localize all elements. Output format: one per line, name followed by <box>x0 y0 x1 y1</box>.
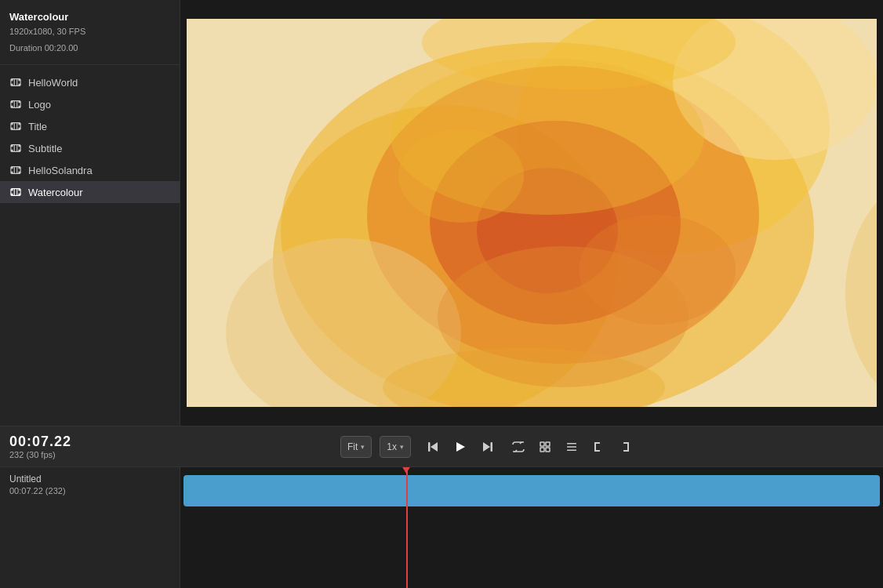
film-icon <box>9 76 22 89</box>
timeline-track[interactable] <box>184 475 880 506</box>
svg-rect-24 <box>11 150 13 152</box>
timeline-area: Untitled 00:07.22 (232) <box>0 466 883 588</box>
svg-rect-31 <box>11 172 13 174</box>
film-icon <box>9 164 22 176</box>
timeline-sidebar: Untitled 00:07.22 (232) <box>0 467 180 588</box>
watercolour-painting <box>187 19 877 407</box>
svg-rect-32 <box>19 172 21 174</box>
svg-point-50 <box>845 176 877 407</box>
svg-rect-10 <box>11 106 13 108</box>
timeline-track-label: Untitled <box>9 474 170 485</box>
timeline-track-time: 00:07.22 (232) <box>9 486 170 495</box>
bracket-close-icon <box>620 441 630 452</box>
svg-rect-25 <box>19 150 21 152</box>
clip-label: Logo <box>28 99 51 111</box>
svg-rect-23 <box>19 145 21 147</box>
clip-label: Title <box>28 121 47 132</box>
clip-item-subtitle[interactable]: Subtitle <box>0 137 180 159</box>
svg-rect-17 <box>11 128 13 130</box>
svg-rect-65 <box>546 442 550 446</box>
clip-item-title[interactable]: Title <box>0 115 180 137</box>
project-name: Watercolour <box>9 11 170 23</box>
clip-label: Watercolour <box>28 187 83 198</box>
project-duration: Duration 00:20.00 <box>9 42 170 56</box>
svg-rect-73 <box>594 450 600 452</box>
svg-rect-37 <box>19 189 21 191</box>
svg-rect-67 <box>546 448 550 452</box>
svg-rect-68 <box>567 443 576 445</box>
speed-dropdown-arrow: ▾ <box>400 443 404 451</box>
film-icon <box>9 120 22 132</box>
speed-label: 1x <box>387 441 397 452</box>
film-icon <box>9 98 22 111</box>
preview-area <box>180 0 883 426</box>
svg-rect-36 <box>11 189 13 191</box>
svg-rect-22 <box>11 145 13 147</box>
svg-rect-1 <box>11 79 13 82</box>
clip-list: HelloWorld Logo Title Subtitle <box>0 65 180 426</box>
playhead-line <box>406 467 408 588</box>
timecode-area: 00:07.22 232 (30 fps) <box>9 434 104 459</box>
bracket-open-icon <box>593 441 604 452</box>
clip-label: HelloWorld <box>28 77 78 89</box>
speed-dropdown[interactable]: 1x ▾ <box>380 436 411 458</box>
svg-rect-39 <box>19 194 21 196</box>
menu-button[interactable] <box>560 435 583 459</box>
svg-rect-11 <box>19 106 21 108</box>
svg-rect-8 <box>11 101 13 103</box>
clip-item-watercolour[interactable]: Watercolour <box>0 181 180 203</box>
svg-marker-61 <box>483 442 490 452</box>
svg-rect-18 <box>19 128 21 130</box>
menu-icon <box>566 441 577 452</box>
sidebar: Watercolour 1920x1080, 30 FPS Duration 0… <box>0 0 180 426</box>
playhead-diamond <box>402 467 411 474</box>
timecode-sub: 232 (30 fps) <box>9 450 104 459</box>
svg-marker-59 <box>456 442 465 452</box>
bracket-open-button[interactable] <box>587 435 610 459</box>
svg-rect-3 <box>11 84 13 86</box>
grid-button[interactable] <box>533 435 557 459</box>
fit-label: Fit <box>347 441 358 452</box>
svg-rect-66 <box>540 448 544 452</box>
clip-item-logo[interactable]: Logo <box>0 93 180 115</box>
skip-forward-button[interactable] <box>475 435 499 459</box>
clip-label: Subtitle <box>28 143 62 154</box>
project-resolution: 1920x1080, 30 FPS <box>9 25 170 39</box>
film-icon <box>9 186 22 198</box>
skip-back-icon <box>428 441 439 452</box>
play-icon <box>455 441 466 452</box>
svg-rect-9 <box>19 101 21 103</box>
svg-rect-69 <box>567 446 576 448</box>
svg-rect-2 <box>19 79 21 82</box>
skip-back-button[interactable] <box>422 435 445 459</box>
loop-button[interactable] <box>507 435 530 459</box>
svg-rect-64 <box>540 442 544 446</box>
svg-rect-15 <box>11 123 13 125</box>
grid-icon <box>540 441 551 452</box>
svg-rect-16 <box>19 123 21 125</box>
fit-dropdown[interactable]: Fit ▾ <box>340 436 372 458</box>
svg-point-56 <box>579 215 736 325</box>
svg-point-55 <box>398 129 524 223</box>
svg-rect-29 <box>11 167 13 169</box>
svg-rect-30 <box>19 167 21 169</box>
svg-rect-57 <box>428 442 431 452</box>
transport-controls: Fit ▾ 1x ▾ <box>104 435 874 459</box>
svg-rect-72 <box>594 442 600 444</box>
transport-bar: 00:07.22 232 (30 fps) Fit ▾ 1x ▾ <box>0 426 883 466</box>
loop-icon <box>512 441 525 452</box>
preview-canvas <box>187 19 877 407</box>
svg-rect-76 <box>623 450 629 452</box>
film-icon <box>9 142 22 154</box>
timecode-main: 00:07.22 <box>9 434 104 450</box>
clip-item-hellosolandra[interactable]: HelloSolandra <box>0 159 180 181</box>
clip-item-helloworld[interactable]: HelloWorld <box>0 71 180 93</box>
bracket-close-button[interactable] <box>613 435 637 459</box>
timeline-content[interactable] <box>180 467 883 588</box>
skip-forward-icon <box>481 441 492 452</box>
svg-rect-70 <box>567 449 576 451</box>
svg-rect-60 <box>491 442 493 452</box>
play-button[interactable] <box>449 435 472 459</box>
project-info: Watercolour 1920x1080, 30 FPS Duration 0… <box>0 0 180 65</box>
svg-rect-75 <box>623 442 629 444</box>
